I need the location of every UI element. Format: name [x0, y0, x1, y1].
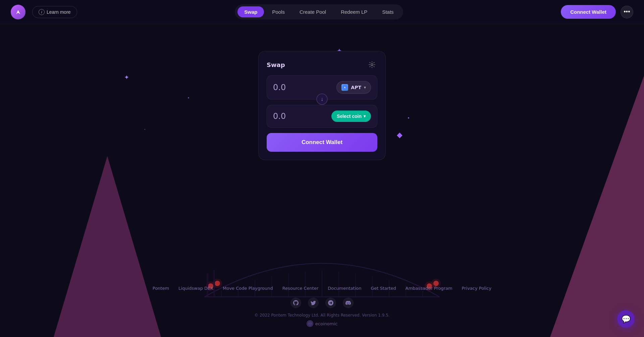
- footer-brand: ecoinomic: [0, 320, 644, 327]
- settings-button[interactable]: [367, 59, 377, 70]
- twitter-icon[interactable]: [308, 297, 319, 308]
- github-icon[interactable]: [290, 297, 301, 308]
- swap-direction-button[interactable]: ↓: [316, 93, 328, 105]
- info-icon: i: [39, 9, 45, 15]
- swap-header: Swap: [267, 59, 377, 70]
- apt-icon: [341, 84, 348, 91]
- swap-title: Swap: [267, 61, 285, 68]
- apt-chevron-icon: ▾: [364, 85, 366, 90]
- footer-copyright: © 2022 Pontem Technology Ltd. All Rights…: [0, 313, 644, 318]
- from-value[interactable]: 0.0: [273, 83, 300, 92]
- footer-link-resource-center[interactable]: Resource Center: [282, 286, 319, 291]
- inputs-wrapper: 0.0 APT ▾ ↓: [267, 75, 377, 128]
- nav-redeem-lp[interactable]: Redeem LP: [334, 6, 374, 17]
- apt-coin-selector[interactable]: APT ▾: [336, 81, 371, 94]
- footer-link-documentation[interactable]: Documentation: [328, 286, 361, 291]
- chat-icon: 💬: [622, 315, 631, 323]
- to-input-box: 0.0 Select coin ▾: [267, 105, 377, 128]
- chat-button[interactable]: 💬: [617, 310, 635, 328]
- footer-link-move-playground[interactable]: Move Code Playground: [223, 286, 273, 291]
- gear-icon: [369, 61, 375, 68]
- connect-wallet-nav-button[interactable]: Connect Wallet: [561, 5, 616, 19]
- navbar-left: i Learn more: [11, 5, 77, 19]
- svg-point-20: [433, 281, 439, 286]
- footer-link-ambassador[interactable]: Ambassador Program: [406, 286, 452, 291]
- footer-link-liquidswap[interactable]: Liquidswap DEX: [178, 286, 213, 291]
- learn-more-label: Learn more: [47, 9, 71, 15]
- navbar: i Learn more Swap Pools Create Pool Rede…: [0, 0, 644, 24]
- svg-point-16: [215, 281, 220, 286]
- nav-create-pool[interactable]: Create Pool: [293, 6, 333, 17]
- swap-arrow-icon: ↓: [321, 96, 323, 102]
- logo[interactable]: [11, 5, 25, 19]
- nav-center: Swap Pools Create Pool Redeem LP Stats: [235, 4, 403, 19]
- nav-swap[interactable]: Swap: [237, 6, 264, 17]
- footer: Pontem Liquidswap DEX Move Code Playgrou…: [0, 286, 644, 327]
- svg-point-24: [371, 64, 373, 66]
- ecoinomic-logo: ecoinomic: [307, 320, 337, 327]
- footer-link-privacy[interactable]: Privacy Policy: [462, 286, 492, 291]
- ecoinomic-circle-icon: [307, 320, 313, 327]
- footer-social: [0, 297, 644, 308]
- connect-wallet-card-button[interactable]: Connect Wallet: [267, 133, 377, 152]
- to-value[interactable]: 0.0: [273, 112, 300, 121]
- apt-label: APT: [351, 85, 361, 90]
- main-content: Swap 0.0 APT: [0, 24, 644, 160]
- telegram-icon[interactable]: [325, 297, 336, 308]
- nav-pools[interactable]: Pools: [265, 6, 291, 17]
- learn-more-button[interactable]: i Learn more: [32, 6, 77, 18]
- footer-link-get-started[interactable]: Get Started: [371, 286, 396, 291]
- footer-link-pontem[interactable]: Pontem: [153, 286, 169, 291]
- navbar-right: Connect Wallet •••: [561, 5, 633, 19]
- select-coin-label: Select coin: [337, 114, 362, 119]
- discord-icon[interactable]: [343, 297, 354, 308]
- footer-links: Pontem Liquidswap DEX Move Code Playgrou…: [0, 286, 644, 291]
- swap-card: Swap 0.0 APT: [258, 51, 386, 160]
- nav-stats[interactable]: Stats: [375, 6, 400, 17]
- select-coin-chevron-icon: ▾: [364, 114, 366, 119]
- select-coin-button[interactable]: Select coin ▾: [331, 111, 371, 122]
- more-options-button[interactable]: •••: [621, 6, 633, 18]
- ecoinomic-label: ecoinomic: [315, 321, 337, 326]
- more-dots-icon: •••: [624, 8, 630, 15]
- diamond-sparkle: ◆: [397, 131, 402, 139]
